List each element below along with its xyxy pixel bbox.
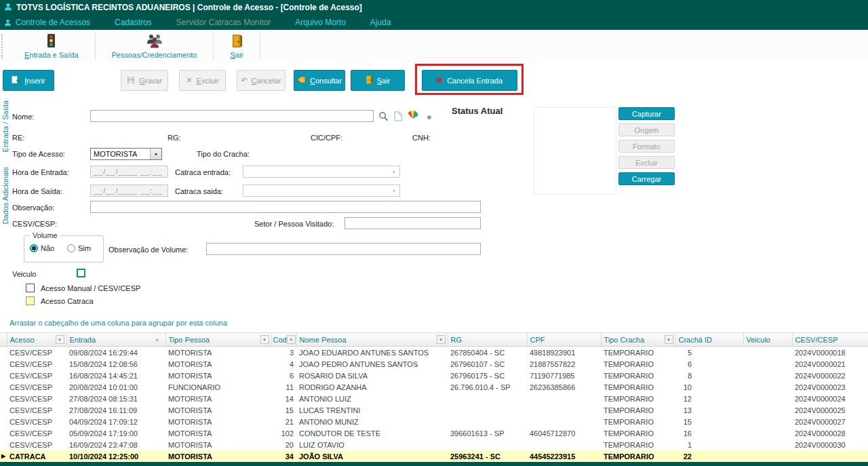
cell-cpf: 49818923901 (527, 347, 601, 359)
table-row[interactable]: CESV/CESP 15/08/2024 12:08:56 MOTORISTA … (0, 358, 868, 370)
cell-tipo-cracha: TEMPORARIO (601, 427, 675, 439)
tab-dados-adicionais[interactable]: Dados Adicionais (1, 167, 9, 224)
table-row[interactable]: CESV/CESP 20/08/2024 10:01:00 FUNCIONARI… (0, 381, 868, 393)
col-header-nome-pessoa[interactable]: Nome Pessoa ▼ (296, 333, 448, 347)
filter-icon[interactable]: ▼ (437, 335, 446, 344)
tipo-acesso-combobox[interactable]: MOTORISTA ▼ (90, 148, 162, 160)
inserir-icon (12, 75, 20, 85)
observacao-input[interactable] (90, 201, 481, 213)
cell-cpf: 44545223915 (527, 450, 601, 462)
menu-ajuda[interactable]: Ajuda (370, 18, 391, 27)
toolbar-entrada-saida[interactable]: Entrada e Saída (8, 30, 95, 62)
cancela-entrada-button[interactable]: ✖ Cancela Entrada (422, 70, 517, 91)
group-by-hint[interactable]: Arrastar o cabeçalho de uma coluna para … (9, 319, 227, 327)
cell-cpf: 21887557822 (527, 358, 601, 370)
cell-acesso: CESV/CESP (7, 381, 66, 393)
cell-nome-pessoa: ANTONIO LUIZ (296, 393, 448, 404)
col-header-entrada[interactable]: Entrada ▲ (66, 333, 165, 347)
cesv-cesp-label: CESV/CESP: (12, 220, 57, 228)
catraca-entrada-label: Catraca entrada: (175, 168, 231, 176)
sort-asc-icon: ▲ (155, 336, 160, 343)
table-row[interactable]: CESV/CESP 16/09/2024 23:47:08 MOTORISTA … (0, 439, 868, 450)
cell-cracha-id: 5 (675, 347, 743, 359)
volume-nao-radio[interactable]: Não (30, 244, 54, 252)
acesso-manual-checkbox[interactable] (26, 284, 35, 292)
title-bar: TOTVS LOGÍSTICA RECINTOS ADUANEIROS | Co… (0, 0, 868, 15)
cell-entrada: 27/08/2024 08:15:31 (66, 393, 165, 404)
col-header-acesso[interactable]: Acesso ▼ (7, 333, 66, 347)
catraca-entrada-dropdown[interactable]: ▼ (243, 166, 400, 178)
volume-groupbox: Volume Não Sim (24, 235, 104, 263)
tab-entrada-saida[interactable]: Entrada / Saída (1, 100, 9, 152)
hora-saida-label: Hora de Saída: (12, 187, 62, 195)
acesso-catraca-checkbox[interactable] (26, 296, 35, 305)
col-header-cesv-cesp[interactable]: CESV/CESP (792, 333, 868, 347)
cell-cracha-id: 10 (675, 381, 743, 393)
cell-rg: 267960175 - SC (448, 370, 527, 381)
menu-cadastros[interactable]: Cadastros (115, 18, 152, 27)
row-marker (0, 439, 7, 450)
veiculo-checkbox[interactable] (77, 269, 85, 277)
cell-tipo-cracha: TEMPORARIO (601, 416, 675, 427)
filter-icon[interactable]: ▼ (665, 335, 673, 344)
cell-tipo-cracha: TEMPORARIO (601, 404, 675, 416)
col-header-veiculo[interactable]: Veiculo (743, 333, 792, 347)
cell-cpf (527, 393, 601, 404)
volume-sim-radio[interactable]: Sim (67, 244, 91, 252)
menu-controle-acessos[interactable]: Controle de Acessos (16, 18, 90, 27)
filter-icon[interactable]: ▼ (287, 335, 296, 344)
table-row[interactable]: CESV/CESP 27/08/2024 16:11:09 MOTORISTA … (0, 404, 868, 416)
cell-cod: 4 (271, 358, 296, 370)
cell-veiculo (743, 381, 792, 393)
filter-icon[interactable]: ▼ (56, 335, 64, 344)
toolbar-grip[interactable] (1, 34, 7, 58)
menu-servidor-catracas: Servidor Catracas Monitor (176, 18, 271, 27)
new-document-icon[interactable] (392, 110, 404, 122)
filter-icon[interactable]: ▼ (260, 335, 269, 344)
col-header-cpf[interactable]: CPF (527, 333, 601, 347)
save-floppy-icon (127, 76, 135, 85)
catraca-saida-dropdown[interactable]: ▼ (243, 185, 400, 197)
carregar-button[interactable]: Carregar (618, 172, 675, 185)
hora-entrada-input[interactable]: __/__/____ __:__ (90, 166, 168, 178)
cell-cpf: 71190771985 (527, 370, 601, 381)
table-row[interactable]: CESV/CESP 27/08/2024 08:15:31 MOTORISTA … (0, 393, 868, 404)
table-row[interactable]: CESV/CESP 05/09/2024 17:19:00 MOTORISTA … (0, 427, 868, 439)
chevron-down-icon[interactable]: ▼ (150, 149, 161, 159)
setor-pessoa-input[interactable] (344, 217, 481, 229)
col-header-tipo-pessoa[interactable]: Tipo Pessoa ▼ (165, 333, 271, 347)
col-header-tipo-cracha[interactable]: Tipo Cracha ▼ (601, 333, 675, 347)
row-marker (0, 347, 7, 359)
capturar-button[interactable]: Capturar (618, 107, 675, 120)
col-header-rg[interactable]: RG (448, 333, 527, 347)
nome-input[interactable] (90, 110, 374, 122)
inserir-button[interactable]: Inserir (3, 70, 54, 91)
hora-saida-input[interactable]: __/__/____ __:__ (90, 185, 168, 197)
table-row[interactable]: CESV/CESP 04/09/2024 17:09:12 MOTORISTA … (0, 416, 868, 427)
cell-cod: 6 (271, 370, 296, 381)
menu-arquivo-morto[interactable]: Arquivo Morto (295, 18, 346, 27)
toolbar-pessoas-credenciamento[interactable]: Pessoas/Credenciamento (96, 30, 214, 62)
consultar-label: Consultar (310, 77, 342, 85)
app-window: TOTVS LOGÍSTICA RECINTOS ADUANEIROS | Co… (0, 0, 868, 466)
cell-cracha-id: 16 (675, 427, 743, 439)
toolbar-sair[interactable]: Sair (214, 30, 260, 62)
cell-entrada: 05/09/2024 17:19:00 (66, 427, 165, 439)
col-header-cod[interactable]: Cod. ▼ (271, 333, 296, 347)
color-fan-icon[interactable] (407, 109, 419, 121)
cell-cpf (527, 416, 601, 427)
table-row[interactable]: ▶ CATRACA 10/10/2024 12:25:00 MOTORISTA … (0, 450, 868, 462)
col-header-cracha-id[interactable]: Crachá ID (675, 333, 743, 347)
small-dot-button[interactable] (427, 115, 431, 119)
cell-veiculo (743, 404, 792, 416)
cell-rg: 267850404 - SC (448, 347, 527, 359)
obs-volume-input[interactable] (206, 243, 481, 255)
table-row[interactable]: CESV/CESP 09/08/2024 16:29:44 MOTORISTA … (0, 347, 868, 359)
sair-button[interactable]: Sair (351, 70, 405, 91)
table-row[interactable]: CESV/CESP 16/08/2024 14:45:21 MOTORISTA … (0, 370, 868, 381)
cell-rg (448, 393, 527, 404)
consultar-button[interactable]: Consultar (294, 70, 345, 91)
cell-nome-pessoa: ANTONIO MUNIZ (296, 416, 448, 427)
nome-label: Nome: (12, 113, 34, 121)
search-icon[interactable] (377, 110, 389, 122)
